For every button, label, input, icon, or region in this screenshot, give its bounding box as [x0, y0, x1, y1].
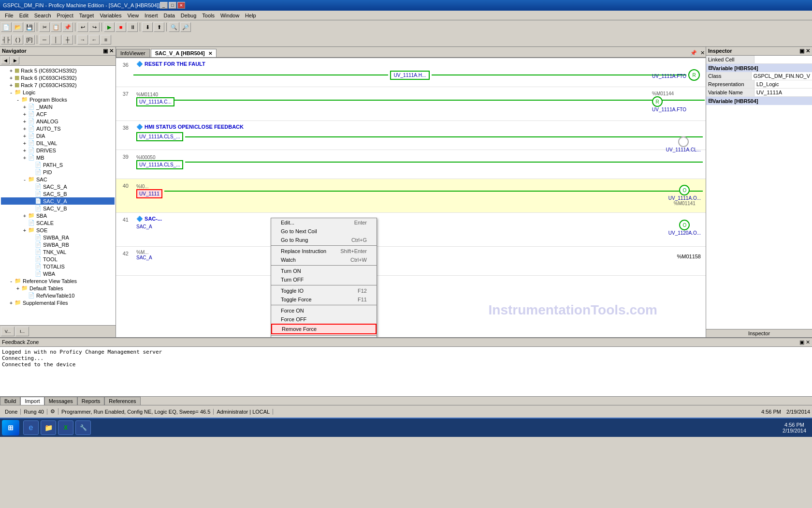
- feedback-tab-messages[interactable]: Messages: [44, 397, 77, 405]
- tb-vline[interactable]: │: [51, 35, 61, 45]
- tree-item-drives[interactable]: + 📄 DRIVES: [1, 147, 115, 154]
- menu-view[interactable]: View: [124, 12, 142, 19]
- menu-tools[interactable]: Tools: [199, 12, 218, 19]
- tb-hline[interactable]: ─: [39, 35, 50, 45]
- tb-contact[interactable]: ┤├: [1, 35, 12, 45]
- tb-cut[interactable]: ✂: [39, 22, 50, 32]
- inspector-variable2-section[interactable]: ⊟ Variable [HBR504]: [706, 97, 812, 105]
- tb-func[interactable]: [F]: [24, 35, 35, 45]
- rung40-contact[interactable]: UV_1111: [136, 189, 162, 198]
- menu-edit[interactable]: Edit: [16, 12, 31, 19]
- ctx-force-on[interactable]: Force ON: [271, 306, 377, 315]
- tree-item-scale[interactable]: + 📄 SCALE: [1, 219, 115, 226]
- tab-pin-icon[interactable]: 📌: [690, 50, 697, 56]
- tb-copy[interactable]: 📋: [51, 22, 61, 32]
- inspector-variable-section[interactable]: ⊟ Variable [HBR504]: [706, 64, 812, 72]
- ctx-force-off[interactable]: Force OFF: [271, 315, 377, 324]
- tb-open[interactable]: 📂: [13, 22, 23, 32]
- tree-expand-rack5[interactable]: +: [8, 68, 14, 74]
- ctx-turn-on[interactable]: Turn ON: [271, 267, 377, 275]
- ctx-remove-force[interactable]: Remove Force: [271, 324, 377, 334]
- tab-close-icon[interactable]: ✕: [700, 50, 705, 56]
- ctx-toggle-io[interactable]: Toggle IO F12: [271, 286, 377, 295]
- menu-project[interactable]: Project: [54, 12, 76, 19]
- tree-item-rack6[interactable]: + ▦ Rack 6 (IC693CHS392): [1, 74, 115, 81]
- taskbar-ie[interactable]: e: [23, 420, 39, 435]
- tree-item-swbara[interactable]: + 📄 SWBA_RA: [1, 234, 115, 241]
- tree-item-sac[interactable]: - 📁 SAC: [1, 176, 115, 183]
- nav-bottom-btn1[interactable]: V...: [1, 327, 14, 336]
- feedback-tab-import[interactable]: Import: [20, 397, 44, 405]
- tree-expand-programblocks[interactable]: -: [14, 97, 21, 103]
- tree-item-totalis[interactable]: + 📄 TOTALIS: [1, 263, 115, 270]
- tree-expand-soe[interactable]: +: [21, 227, 28, 233]
- close-button[interactable]: ✕: [177, 2, 185, 9]
- menu-target[interactable]: Target: [76, 12, 97, 19]
- tb-new[interactable]: 📄: [1, 22, 12, 32]
- tree-item-autots[interactable]: + 📄 AUTO_TS: [1, 125, 115, 132]
- ctx-toggle-force[interactable]: Toggle Force F11: [271, 295, 377, 304]
- tree-expand-analog[interactable]: +: [21, 119, 28, 124]
- tree-item-tool[interactable]: + 📄 TOOL: [1, 255, 115, 263]
- feedback-tab-build[interactable]: Build: [0, 397, 20, 405]
- taskbar-excel[interactable]: X: [58, 420, 73, 435]
- tb-save[interactable]: 💾: [24, 22, 35, 32]
- menu-help[interactable]: Help: [242, 12, 259, 19]
- tree-expand-sac[interactable]: -: [21, 177, 28, 182]
- tree-item-swbarb[interactable]: + 📄 SWBA_RB: [1, 241, 115, 248]
- tb-run[interactable]: ▶: [104, 22, 115, 32]
- tb-zoom-in[interactable]: 🔍: [169, 22, 179, 32]
- tree-item-sacvb[interactable]: + 📄 SAC_V_B: [1, 205, 115, 212]
- tb-paste[interactable]: 📌: [62, 22, 73, 32]
- tree-expand-sba[interactable]: +: [21, 213, 28, 219]
- rung37-contact1[interactable]: UV_1111A.C...: [136, 97, 174, 106]
- tb-arrow-left[interactable]: ←: [89, 35, 100, 45]
- feedback-tab-references[interactable]: References: [104, 397, 140, 405]
- tree-item-pid[interactable]: + 📄 PID: [1, 168, 115, 176]
- tb-arrow-right[interactable]: →: [77, 35, 88, 45]
- tb-download[interactable]: ⬇: [142, 22, 153, 32]
- tree-item-refviewtables[interactable]: - 📁 Reference View Tables: [1, 277, 115, 284]
- ctx-cut[interactable]: Cut Ctrl+X: [271, 337, 377, 337]
- tab-infoviewer[interactable]: InfoViewer: [116, 49, 150, 57]
- tree-expand-dia[interactable]: +: [21, 133, 28, 139]
- tree-item-main[interactable]: + 📄 _MAIN: [1, 103, 115, 110]
- tree-item-supplementalfiles[interactable]: + 📁 Supplemental Files: [1, 299, 115, 306]
- tree-expand-dilval[interactable]: +: [21, 140, 28, 146]
- tb-junction[interactable]: ┼: [62, 35, 73, 45]
- tree-expand-mb[interactable]: +: [21, 155, 28, 161]
- start-button[interactable]: ⊞: [2, 420, 19, 435]
- tree-item-paths[interactable]: + 📄 PATH_S: [1, 161, 115, 168]
- inspector-tab[interactable]: Inspector: [706, 329, 812, 337]
- tb-stop[interactable]: ■: [116, 22, 126, 32]
- tree-item-defaulttables[interactable]: + 📁 Default Tables: [1, 284, 115, 292]
- tree-item-refviewtable10[interactable]: + 📄 RefViewTable10: [1, 292, 115, 299]
- tree-item-dilval[interactable]: + 📄 DIL_VAL: [1, 139, 115, 147]
- taskbar-app[interactable]: 🔧: [75, 420, 91, 435]
- feedback-tab-reports[interactable]: Reports: [77, 397, 105, 405]
- tree-expand-drives[interactable]: +: [21, 148, 28, 153]
- tb-nav-rung[interactable]: ≡: [101, 35, 111, 45]
- tree-expand-refviewtables[interactable]: -: [8, 278, 14, 284]
- tree-item-sacva[interactable]: + 📄 SAC_V_A: [1, 197, 115, 205]
- menu-variables[interactable]: Variables: [97, 12, 124, 19]
- tb-coil[interactable]: ( ): [13, 35, 23, 45]
- rung39-contact[interactable]: UV_1111A.CLS_...: [136, 160, 183, 169]
- menu-search[interactable]: Search: [31, 12, 54, 19]
- menu-insert[interactable]: Insert: [142, 12, 161, 19]
- nav-bottom-btn2[interactable]: I...: [15, 327, 29, 336]
- tb-pause[interactable]: ⏸: [127, 22, 138, 32]
- tree-expand-defaulttables[interactable]: +: [14, 285, 21, 291]
- tree-item-rack5[interactable]: + ▦ Rack 5 (IC693CHS392): [1, 67, 115, 74]
- ctx-replace[interactable]: Replace Instruction Shift+Enter: [271, 247, 377, 255]
- rung38-contact[interactable]: UV_1111A.CLS_...: [136, 132, 183, 141]
- tab-sacva[interactable]: SAC_V_A [HBR504] ✕: [151, 49, 217, 57]
- ctx-edit[interactable]: Edit... Enter: [271, 218, 377, 227]
- tree-item-sacsb[interactable]: + 📄 SAC_S_B: [1, 190, 115, 197]
- taskbar-folder[interactable]: 📁: [41, 420, 56, 435]
- tree-item-programblocks[interactable]: - 📁 Program Blocks: [1, 96, 115, 103]
- nav-btn2[interactable]: ▶: [11, 57, 19, 64]
- tb-redo[interactable]: ↪: [89, 22, 100, 32]
- tb-upload[interactable]: ⬆: [154, 22, 164, 32]
- ctx-watch[interactable]: Watch Ctrl+W: [271, 255, 377, 264]
